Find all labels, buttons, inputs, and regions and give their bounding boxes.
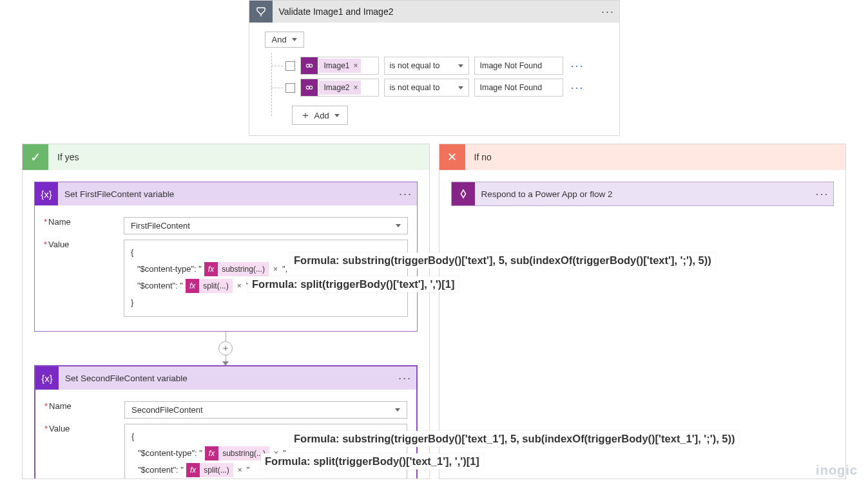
operand-right[interactable]: Image Not Found <box>474 57 563 75</box>
token-remove-icon[interactable]: × <box>236 462 244 478</box>
fx-icon: fx <box>186 279 199 293</box>
action-more-icon[interactable]: ··· <box>395 187 417 201</box>
add-condition-button[interactable]: ＋ Add <box>292 106 348 125</box>
action-title: Set SecondFileContent variable <box>59 374 394 383</box>
add-step-button[interactable]: ＋ <box>218 341 233 355</box>
action-title: Respond to a Power App or flow 2 <box>475 189 812 199</box>
fx-token-split[interactable]: fx split(...) × <box>186 279 244 293</box>
fx-icon: fx <box>205 446 218 460</box>
branch-yes: ✓ If yes {x} Set FirstFileContent variab… <box>22 144 430 479</box>
fx-token-substring[interactable]: fx substring(...) × <box>204 262 280 276</box>
close-icon: ✕ <box>439 144 465 170</box>
chevron-down-icon <box>458 64 463 68</box>
branch-no-header[interactable]: ✕ If no <box>439 144 846 170</box>
field-label-name: *Name <box>44 401 124 419</box>
branch-yes-title: If yes <box>48 152 79 162</box>
condition-more-icon[interactable]: ··· <box>597 5 619 19</box>
condition-row: Image1 × is not equal to Image Not Found… <box>271 57 604 75</box>
formula-overlay: Formula: substring(triggerBody()['text_1… <box>290 431 738 447</box>
token-remove-icon[interactable]: × <box>354 83 358 92</box>
fx-icon: fx <box>186 463 200 477</box>
operand-right[interactable]: Image Not Found <box>474 79 563 97</box>
powerapps-icon <box>452 182 475 205</box>
condition-body: And Image1 × is not equal to <box>249 23 619 135</box>
svg-point-0 <box>306 64 309 68</box>
chevron-down-icon <box>396 224 401 227</box>
arrow-down-icon <box>222 361 229 366</box>
action-header[interactable]: {x} Set FirstFileContent variable ··· <box>35 182 417 205</box>
condition-row: Image2 × is not equal to Image Not Found… <box>271 79 604 97</box>
chevron-down-icon <box>395 408 400 412</box>
action-header[interactable]: Respond to a Power App or flow 2 ··· <box>452 182 834 205</box>
logic-selector[interactable]: And <box>265 32 304 48</box>
action-respond: Respond to a Power App or flow 2 ··· <box>451 182 834 206</box>
operand-left[interactable]: Image1 × <box>300 57 379 75</box>
action-more-icon[interactable]: ··· <box>811 187 833 201</box>
row-checkbox[interactable] <box>285 83 295 93</box>
operator-select[interactable]: is not equal to <box>384 57 469 75</box>
dynamic-content-icon <box>301 57 318 74</box>
operand-token: Image1 × <box>319 59 361 73</box>
branch-yes-header[interactable]: ✓ If yes <box>23 144 429 170</box>
fx-token-split[interactable]: fx split(...) × <box>186 463 244 477</box>
dynamic-content-icon <box>301 79 318 96</box>
formula-overlay: Formula: substring(triggerBody()['text']… <box>290 252 715 269</box>
branch-no: ✕ If no Respond to a Power App or flow 2… <box>439 144 847 479</box>
condition-card: Validate Image1 and Image2 ··· And Image… <box>249 0 620 136</box>
variable-icon: {x} <box>35 182 58 205</box>
action-title: Set FirstFileContent variable <box>58 189 395 199</box>
name-select[interactable]: FirstFileContent <box>124 217 408 234</box>
branches: ✓ If yes {x} Set FirstFileContent variab… <box>0 144 868 479</box>
svg-point-2 <box>306 86 309 90</box>
chevron-down-icon <box>458 86 463 90</box>
condition-icon <box>249 1 273 23</box>
variable-icon: {x} <box>35 366 59 390</box>
condition-rows: Image1 × is not equal to Image Not Found… <box>271 57 604 125</box>
field-label-name: *Name <box>44 217 124 234</box>
row-checkbox[interactable] <box>285 61 295 71</box>
action-more-icon[interactable]: ··· <box>394 372 416 385</box>
row-more-icon[interactable]: ··· <box>571 59 584 73</box>
logic-selector-label: And <box>272 35 287 44</box>
token-remove-icon[interactable]: × <box>235 278 244 294</box>
field-label-value: *Value <box>44 424 124 478</box>
row-more-icon[interactable]: ··· <box>571 81 584 95</box>
operand-left[interactable]: Image2 × <box>300 79 379 97</box>
name-select[interactable]: SecondFileContent <box>124 401 407 419</box>
connector: ＋ <box>34 332 418 365</box>
condition-header[interactable]: Validate Image1 and Image2 ··· <box>249 1 619 23</box>
operand-token: Image2 × <box>319 80 361 95</box>
svg-point-1 <box>309 64 313 68</box>
formula-overlay: Formula: split(triggerBody()['text'], ',… <box>248 276 459 292</box>
watermark: inogic <box>816 463 858 478</box>
token-remove-icon[interactable]: × <box>354 61 358 70</box>
fx-icon: fx <box>204 262 218 276</box>
check-icon: ✓ <box>23 144 48 170</box>
field-label-value: *Value <box>44 240 124 317</box>
branch-no-title: If no <box>465 152 492 162</box>
action-header[interactable]: {x} Set SecondFileContent variable ··· <box>35 366 416 390</box>
plus-icon: ＋ <box>300 109 311 122</box>
operator-select[interactable]: is not equal to <box>384 79 469 97</box>
formula-overlay: Formula: split(triggerBody()['text_1'], … <box>261 453 483 469</box>
chevron-down-icon <box>292 38 297 41</box>
condition-title: Validate Image1 and Image2 <box>273 6 597 17</box>
chevron-down-icon <box>334 114 340 117</box>
svg-point-3 <box>309 86 313 90</box>
token-remove-icon[interactable]: × <box>271 261 280 278</box>
